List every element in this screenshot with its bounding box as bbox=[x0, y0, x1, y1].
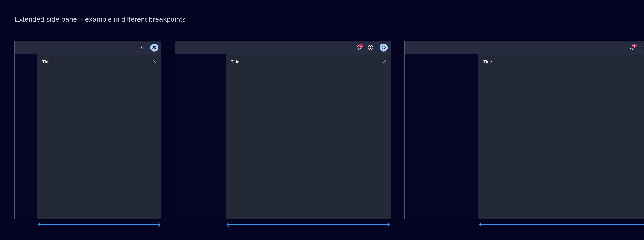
content-area bbox=[175, 54, 226, 219]
app-header: 1 ? JD bbox=[175, 41, 390, 54]
avatar[interactable]: JD bbox=[150, 44, 158, 52]
avatar-initials: JD bbox=[382, 46, 386, 50]
help-glyph: ? bbox=[140, 46, 142, 49]
help-icon[interactable]: ? bbox=[642, 45, 644, 50]
notification-badge: 1 bbox=[359, 44, 363, 48]
help-icon[interactable]: ? bbox=[368, 45, 373, 50]
help-glyph: ? bbox=[370, 46, 372, 49]
content-area bbox=[15, 54, 37, 219]
avatar-initials: JD bbox=[152, 46, 156, 50]
frame-body: Title bbox=[175, 54, 390, 219]
panel-title: Title bbox=[484, 59, 644, 64]
extended-side-panel: Title bbox=[478, 54, 644, 219]
content-area bbox=[405, 54, 478, 219]
panel-width-arrow-icon bbox=[226, 222, 390, 227]
close-icon[interactable] bbox=[382, 60, 386, 63]
frame-body: Title bbox=[405, 54, 644, 219]
avatar[interactable]: JD bbox=[380, 44, 388, 52]
design-canvas: Extended side panel - example in differe… bbox=[0, 0, 644, 240]
panel-title: Title bbox=[42, 59, 155, 64]
close-icon[interactable] bbox=[153, 60, 156, 63]
frame-body: Title bbox=[15, 54, 161, 219]
notification-badge: 1 bbox=[633, 44, 636, 48]
extended-side-panel: Title bbox=[37, 54, 161, 219]
breakpoint-frame-small: ? JD Title bbox=[14, 41, 161, 220]
notification-bell-icon[interactable]: 1 bbox=[630, 45, 635, 50]
notification-bell-icon[interactable]: 1 bbox=[356, 45, 362, 50]
help-icon[interactable]: ? bbox=[138, 45, 144, 50]
panel-width-arrow-icon bbox=[478, 222, 644, 227]
help-glyph: ? bbox=[643, 46, 644, 49]
panel-title: Title bbox=[231, 59, 384, 64]
app-header: 1 ? JD bbox=[405, 41, 644, 54]
breakpoint-frame-large: 1 ? JD Title bbox=[404, 41, 644, 220]
panel-width-arrow-icon bbox=[37, 222, 161, 227]
breakpoint-frame-medium: 1 ? JD Title bbox=[175, 41, 391, 220]
app-header: ? JD bbox=[15, 41, 161, 54]
page-title: Extended side panel - example in differe… bbox=[14, 15, 186, 23]
extended-side-panel: Title bbox=[226, 54, 390, 219]
